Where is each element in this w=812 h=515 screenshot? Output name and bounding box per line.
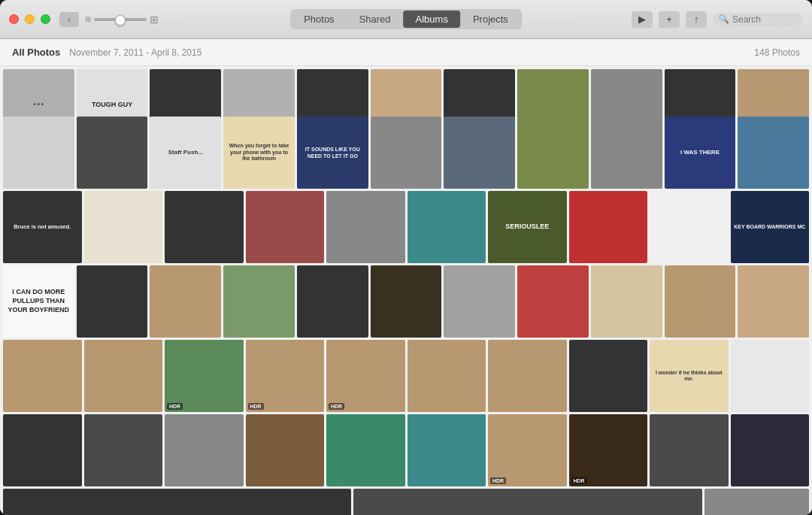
photo-thumb[interactable]: HDR xyxy=(326,340,405,412)
photo-thumb[interactable] xyxy=(297,265,368,338)
photo-grid[interactable]: ··· TOUGH GUY Staff Push... xyxy=(0,66,812,515)
photo-thumb[interactable] xyxy=(326,191,405,263)
photo-thumb[interactable]: I WAS THERE xyxy=(665,117,736,189)
photo-thumb[interactable] xyxy=(150,265,221,338)
photo-thumb[interactable] xyxy=(371,265,442,338)
photo-thumb[interactable] xyxy=(591,117,662,189)
photo-thumb[interactable] xyxy=(591,265,662,338)
photo-thumb[interactable] xyxy=(165,414,244,486)
photo-thumb[interactable] xyxy=(738,265,809,338)
photo-thumb[interactable]: Staff Push... xyxy=(150,117,221,189)
photo-thumb[interactable]: HDR xyxy=(488,414,567,486)
maximize-button[interactable] xyxy=(41,14,50,24)
subtitle-left: All Photos November 7, 2011 - April 8, 2… xyxy=(12,47,201,58)
photo-row: ··· TOUGH GUY xyxy=(3,69,809,114)
photo-thumb[interactable]: KEY BOARD WARRIORS MC xyxy=(731,191,810,263)
photo-row: I CAN DO MORE PULLUPS THAN YOUR BOYFRIEN… xyxy=(3,265,809,338)
photo-thumb[interactable] xyxy=(408,414,486,486)
tab-shared[interactable]: Shared xyxy=(347,11,403,28)
photo-thumb[interactable]: I CAN DO MORE PULLUPS THAN YOUR BOYFRIEN… xyxy=(3,265,74,338)
hdr-badge: HDR xyxy=(571,477,587,484)
photo-thumb[interactable] xyxy=(408,340,486,412)
date-range: November 7, 2011 - April 8, 2015 xyxy=(69,47,201,58)
photo-thumb[interactable]: SERIOUSLEE xyxy=(488,191,567,263)
photo-thumb[interactable] xyxy=(3,117,74,189)
app-window: ‹ ⊞ ⊞ Photos Shared Albums Projects ▶ + … xyxy=(0,0,812,515)
tab-projects[interactable]: Projects xyxy=(461,11,520,28)
photo-thumb[interactable] xyxy=(223,265,295,338)
photo-thumb[interactable] xyxy=(77,265,148,338)
photo-thumb[interactable] xyxy=(488,340,567,412)
traffic-lights xyxy=(9,14,50,24)
search-input[interactable] xyxy=(732,14,800,25)
nav-tabs: Photos Shared Albums Projects xyxy=(290,9,522,29)
photo-thumb[interactable]: HDR xyxy=(569,414,648,486)
tab-albums[interactable]: Albums xyxy=(404,11,460,28)
photo-thumb[interactable]: IT SOUNDS LIKE YOU NEED TO LET IT GO xyxy=(297,117,368,189)
photo-thumb[interactable] xyxy=(246,414,325,486)
photo-thumb[interactable] xyxy=(569,340,648,412)
back-button[interactable]: ‹ xyxy=(59,12,79,27)
photo-thumb[interactable] xyxy=(569,191,648,263)
search-icon: 🔍 xyxy=(719,14,729,24)
photo-thumb[interactable] xyxy=(731,340,810,412)
search-box[interactable]: 🔍 xyxy=(713,13,803,26)
photo-row: Staff Push... When you forget to take yo… xyxy=(3,117,809,189)
photo-thumb[interactable] xyxy=(517,265,589,338)
photo-row xyxy=(3,489,809,515)
photo-thumb[interactable] xyxy=(353,489,701,515)
photo-row: Bruce is not amused. SERIOUSLEE xyxy=(3,191,809,263)
close-button[interactable] xyxy=(9,14,19,24)
photo-thumb[interactable] xyxy=(326,414,405,486)
photo-thumb[interactable] xyxy=(704,489,809,515)
photo-thumb[interactable] xyxy=(84,340,163,412)
photo-thumb[interactable] xyxy=(3,414,82,486)
hdr-badge: HDR xyxy=(490,477,506,484)
tab-photos[interactable]: Photos xyxy=(292,11,346,28)
zoom-slider[interactable] xyxy=(94,18,147,21)
photo-thumb[interactable] xyxy=(3,489,351,515)
photo-thumb[interactable]: HDR xyxy=(165,340,244,412)
photo-thumb[interactable]: Bruce is not amused. xyxy=(3,191,82,263)
photo-thumb[interactable] xyxy=(371,117,442,189)
photo-thumb[interactable] xyxy=(165,191,244,263)
share-button[interactable]: ↑ xyxy=(686,11,707,28)
photo-thumb[interactable] xyxy=(517,117,589,189)
photo-row: HDR HDR xyxy=(3,414,809,486)
grid-small-icon: ⊞ xyxy=(85,15,91,23)
photo-thumb[interactable] xyxy=(731,414,810,486)
photo-thumb[interactable] xyxy=(84,191,163,263)
photo-thumb[interactable] xyxy=(408,191,486,263)
photo-thumb[interactable] xyxy=(738,117,809,189)
photo-thumb[interactable] xyxy=(84,414,163,486)
photo-row: HDR HDR HDR I wonder if he thinks about … xyxy=(3,340,809,412)
play-button[interactable]: ▶ xyxy=(632,11,653,28)
hdr-badge: HDR xyxy=(248,403,264,410)
hdr-badge: HDR xyxy=(167,403,183,410)
titlebar: ‹ ⊞ ⊞ Photos Shared Albums Projects ▶ + … xyxy=(0,0,812,39)
photo-thumb[interactable]: HDR xyxy=(246,340,325,412)
photo-thumb[interactable] xyxy=(77,117,148,189)
minimize-button[interactable] xyxy=(25,14,35,24)
photo-thumb[interactable] xyxy=(3,340,82,412)
photo-thumb[interactable]: I wonder if he thinks about me. xyxy=(650,340,729,412)
add-button[interactable]: + xyxy=(659,11,680,28)
titlebar-right: ▶ + ↑ 🔍 xyxy=(632,11,803,28)
all-photos-label: All Photos xyxy=(12,47,60,58)
grid-large-icon: ⊞ xyxy=(150,14,159,26)
hdr-badge: HDR xyxy=(329,403,344,410)
photo-thumb[interactable] xyxy=(650,414,729,486)
photo-thumb[interactable] xyxy=(444,265,515,338)
photo-thumb[interactable] xyxy=(665,265,736,338)
zoom-slider-area: ⊞ ⊞ xyxy=(85,14,159,26)
photo-thumb[interactable] xyxy=(650,191,729,263)
photo-thumb[interactable] xyxy=(444,117,515,189)
subtitlebar: All Photos November 7, 2011 - April 8, 2… xyxy=(0,39,812,66)
photo-thumb[interactable] xyxy=(246,191,325,263)
photo-thumb[interactable]: When you forget to take your phone with … xyxy=(223,117,295,189)
photo-count: 148 Photos xyxy=(754,47,800,58)
